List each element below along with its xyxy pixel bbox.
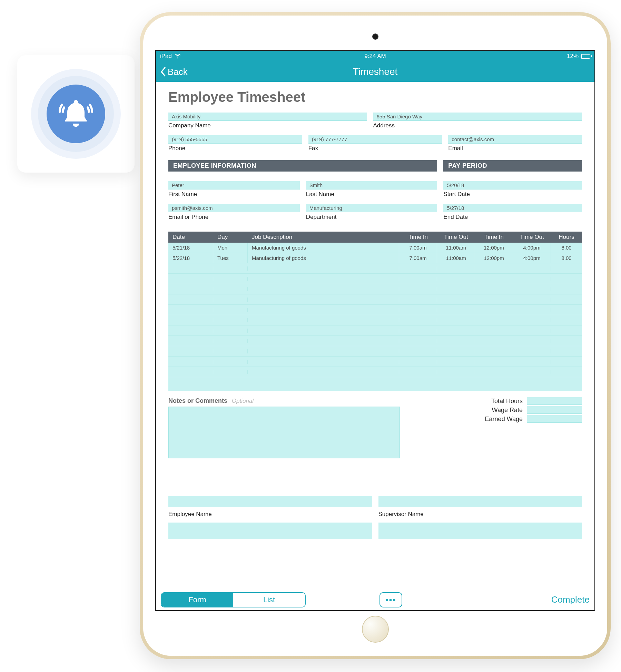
th-job: Job Description xyxy=(248,232,399,243)
cell-job[interactable]: Manufacturing of goods xyxy=(248,243,399,253)
cell-hours[interactable]: 8.00 xyxy=(551,253,582,263)
back-button[interactable]: Back xyxy=(160,67,188,77)
cell-ti2[interactable]: 12:00pm xyxy=(475,243,513,253)
chevron-left-icon xyxy=(160,67,166,77)
email-input[interactable]: contact@axis.com xyxy=(448,135,582,144)
last-name-input[interactable]: Smith xyxy=(306,181,437,189)
wage-rate-value[interactable] xyxy=(527,406,582,414)
status-bar: iPad 9:24 AM 12% xyxy=(156,51,594,62)
ellipsis-icon: ••• xyxy=(385,595,396,605)
end-date-input[interactable]: 5/27/18 xyxy=(443,204,582,212)
cell-to2[interactable]: 4:00pm xyxy=(513,243,551,253)
earned-wage-label: Earned Wage xyxy=(408,416,527,423)
supervisor-name-input[interactable] xyxy=(378,496,582,507)
supervisor-signature-box[interactable] xyxy=(378,523,582,539)
address-label: Address xyxy=(373,122,582,129)
earned-wage-value[interactable] xyxy=(527,415,582,423)
table-row-empty[interactable] xyxy=(168,357,582,367)
phone-input[interactable]: (919) 555-5555 xyxy=(168,135,302,144)
table-row-empty[interactable] xyxy=(168,305,582,315)
th-day: Day xyxy=(213,232,248,243)
back-label: Back xyxy=(168,67,188,77)
more-button[interactable]: ••• xyxy=(379,592,402,607)
time-table: Date Day Job Description Time In Time Ou… xyxy=(168,232,582,391)
battery-percent: 12% xyxy=(567,53,579,60)
table-row-empty[interactable] xyxy=(168,284,582,294)
phone-label: Phone xyxy=(168,145,302,152)
wage-rate-label: Wage Rate xyxy=(408,407,527,414)
tab-form[interactable]: Form xyxy=(161,593,233,607)
th-time-out-2: Time Out xyxy=(513,232,551,243)
bell-icon xyxy=(59,97,93,131)
address-input[interactable]: 655 San Diego Way xyxy=(373,113,582,121)
cell-ti1[interactable]: 7:00am xyxy=(399,243,437,253)
fax-input[interactable]: (919) 777-7777 xyxy=(308,135,442,144)
cell-to1[interactable]: 11:00am xyxy=(437,243,475,253)
view-segmented-control: Form List xyxy=(161,592,306,607)
table-row[interactable]: 5/21/18 Mon Manufacturing of goods 7:00a… xyxy=(168,243,582,253)
bottom-toolbar: Form List ••• Complete xyxy=(156,589,594,610)
table-row-empty[interactable] xyxy=(168,346,582,357)
cell-day[interactable]: Mon xyxy=(213,243,248,253)
end-date-label: End Date xyxy=(443,214,582,221)
total-hours-label: Total Hours xyxy=(408,398,527,405)
wifi-icon xyxy=(175,54,181,59)
th-time-in-2: Time In xyxy=(475,232,513,243)
cell-date[interactable]: 5/21/18 xyxy=(168,243,213,253)
complete-button[interactable]: Complete xyxy=(551,594,590,605)
ipad-home-button[interactable] xyxy=(362,616,389,643)
emp-email-input[interactable]: psmith@axis.com xyxy=(168,204,300,212)
table-row-empty[interactable] xyxy=(168,263,582,274)
bell-circle xyxy=(47,85,105,143)
cell-day[interactable]: Tues xyxy=(213,253,248,263)
clock: 9:24 AM xyxy=(364,53,386,60)
cell-to2[interactable]: 4:00pm xyxy=(513,253,551,263)
table-row-empty[interactable] xyxy=(168,325,582,336)
fax-label: Fax xyxy=(308,145,442,152)
first-name-label: First Name xyxy=(168,191,300,198)
th-hours: Hours xyxy=(551,232,582,243)
start-date-input[interactable]: 5/20/18 xyxy=(443,181,582,189)
ipad-frame: iPad 9:24 AM 12% xyxy=(140,12,611,659)
ipad-camera xyxy=(372,33,378,40)
bell-outer-ring xyxy=(31,69,121,159)
table-row-empty[interactable] xyxy=(168,367,582,377)
notes-textarea[interactable] xyxy=(168,407,400,458)
battery-icon xyxy=(581,54,590,59)
table-row-empty[interactable] xyxy=(168,294,582,305)
bell-inner-ring xyxy=(38,76,114,152)
department-label: Department xyxy=(306,214,437,221)
pay-period-header: PAY PERIOD xyxy=(443,160,582,172)
cell-hours[interactable]: 8.00 xyxy=(551,243,582,253)
form-body: Employee Timesheet Axis Mobility Company… xyxy=(156,82,594,589)
company-name-input[interactable]: Axis Mobility xyxy=(168,113,367,121)
cell-to1[interactable]: 11:00am xyxy=(437,253,475,263)
cell-ti2[interactable]: 12:00pm xyxy=(475,253,513,263)
total-hours-value[interactable] xyxy=(527,397,582,405)
nav-title: Timesheet xyxy=(353,66,398,77)
table-header-row: Date Day Job Description Time In Time Ou… xyxy=(168,232,582,243)
department-input[interactable]: Manufacturing xyxy=(306,204,437,212)
employee-info-header: EMPLOYEE INFORMATION xyxy=(168,160,437,172)
th-time-in-1: Time In xyxy=(399,232,437,243)
notes-label: Notes or Comments xyxy=(168,397,227,404)
cell-job[interactable]: Manufacturing of goods xyxy=(248,253,399,263)
device-label: iPad xyxy=(160,53,172,60)
svg-point-0 xyxy=(177,58,178,59)
cell-date[interactable]: 5/22/18 xyxy=(168,253,213,263)
table-row-empty[interactable] xyxy=(168,336,582,346)
table-row-empty[interactable] xyxy=(168,274,582,284)
table-body[interactable]: 5/21/18 Mon Manufacturing of goods 7:00a… xyxy=(168,243,582,391)
th-date: Date xyxy=(168,232,213,243)
tab-list[interactable]: List xyxy=(233,593,305,607)
cell-ti1[interactable]: 7:00am xyxy=(399,253,437,263)
last-name-label: Last Name xyxy=(306,191,437,198)
notification-icon-card xyxy=(17,55,135,173)
th-time-out-1: Time Out xyxy=(437,232,475,243)
table-row[interactable]: 5/22/18 Tues Manufacturing of goods 7:00… xyxy=(168,253,582,263)
employee-signature-box[interactable] xyxy=(168,523,372,539)
first-name-input[interactable]: Peter xyxy=(168,181,300,189)
emp-email-label: Email or Phone xyxy=(168,214,300,221)
table-row-empty[interactable] xyxy=(168,315,582,325)
employee-name-input[interactable] xyxy=(168,496,372,507)
